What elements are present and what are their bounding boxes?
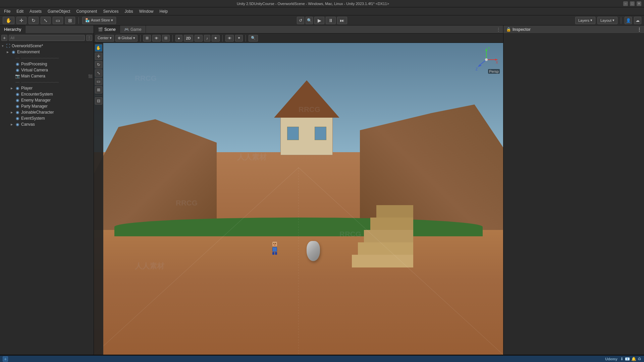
visibility-button[interactable]: 👁	[152, 35, 161, 42]
tool-rotate[interactable]: ↻	[95, 61, 102, 68]
hierarchy-search-input[interactable]	[9, 35, 85, 41]
status-icon-1[interactable]: ⬇	[620, 357, 624, 361]
scene-fx-button[interactable]: ★	[212, 35, 220, 42]
hierarchy-options-button[interactable]: ⋮	[86, 35, 92, 41]
minimize-button[interactable]: –	[623, 1, 628, 6]
scene-audio-button[interactable]: ♪	[204, 35, 211, 42]
hierarchy-add-button[interactable]: +	[1, 35, 7, 41]
tab-game[interactable]: 🎮 Game	[120, 25, 146, 34]
inspector-lock-icon[interactable]: 🔒	[506, 27, 511, 32]
gameobj-icon-party: ◉	[15, 104, 20, 109]
hierarchy-item-encountersystem[interactable]: ◉ EncounterSystem	[0, 91, 94, 97]
hierarchy-item-scene[interactable]: ▼ ⛶ OverworldScene*	[0, 43, 94, 49]
cloud-button[interactable]: ☁	[634, 17, 641, 24]
hierarchy-item-sep2: — ----------------------------	[0, 79, 94, 85]
tool-all[interactable]: ⊞	[95, 86, 102, 94]
undo-history-button[interactable]: ↺	[297, 17, 304, 24]
render-mode-button[interactable]: ●	[175, 35, 182, 42]
ground	[94, 230, 503, 355]
titlebar-text: Unity 2.5DUnityCourse - OverworldScene -…	[3, 2, 623, 6]
gizmo-y-label: Y	[488, 47, 490, 50]
scene-left-tools: ✋ ✛ ↻ ⤡ ▭ ⊞ ⊟	[94, 43, 103, 355]
tool-hand[interactable]: ✋	[95, 44, 102, 52]
tab-hierarchy[interactable]: Hierarchy	[0, 25, 25, 33]
center-pivot-dropdown[interactable]: Center ▾	[95, 35, 114, 42]
account-button[interactable]: 👤	[625, 17, 632, 24]
inspector-header: 🔒 Inspector ⋮	[503, 25, 644, 34]
window-buttons: – □ ✕	[623, 1, 641, 6]
tool-scale[interactable]: ⤡	[95, 69, 102, 77]
hierarchy-item-eventsystem[interactable]: ◉ EventSystem	[0, 115, 94, 121]
scene-tab-options[interactable]: ⋮	[494, 27, 503, 32]
play-controls: ↺ 🔍 ▶ ⏸ ⏭	[297, 17, 347, 24]
tool-rect[interactable]: ▭	[95, 78, 102, 85]
hierarchy-item-partymanager[interactable]: ◉ Party Manager	[0, 103, 94, 109]
gameobj-icon-join: ◉	[15, 110, 20, 115]
hierarchy-item-enemymanager[interactable]: ◉ Enemy Manager	[0, 97, 94, 103]
maximize-button[interactable]: □	[630, 1, 635, 6]
hierarchy-item-maincamera[interactable]: 📷 Main Camera ⬛	[0, 73, 94, 79]
tab-scene[interactable]: 🎬 Scene	[94, 25, 120, 34]
scene-hidden-objects[interactable]: 👁	[225, 35, 234, 42]
transform-scale-tool[interactable]: ⤡	[41, 17, 51, 24]
transform-handle-tool[interactable]: ✋	[3, 17, 14, 24]
tool-grid-snapping[interactable]: ⊟	[95, 97, 102, 105]
gameobj-icon-player: ◉	[15, 85, 20, 91]
transform-rotate-tool[interactable]: ↻	[29, 17, 39, 24]
toolbar-separator-2	[621, 17, 621, 24]
asset-store-button[interactable]: 🏪 Asset Store ▾	[82, 17, 116, 24]
status-icon-4[interactable]: ♻	[638, 357, 641, 361]
search-button[interactable]: 🔍	[306, 17, 313, 24]
scene-particles[interactable]: ✦	[235, 35, 243, 42]
status-icon-3[interactable]: 🔔	[631, 357, 636, 361]
pause-button[interactable]: ⏸	[326, 17, 336, 24]
hierarchy-item-canvas[interactable]: ▶ ◉ Canvas	[0, 121, 94, 127]
menu-gameobject[interactable]: GameObject	[45, 8, 73, 14]
gameobj-icon-env: ◉	[11, 49, 16, 55]
global-local-dropdown[interactable]: ⊕ Global ▾	[115, 35, 138, 42]
scene-label: OverworldScene*	[12, 44, 43, 48]
transform-all-tool[interactable]: ⊞	[65, 17, 75, 24]
gameobj-icon-enemy: ◉	[15, 98, 20, 103]
hierarchy-item-postprocessing[interactable]: ◉ PostProcesing	[0, 61, 94, 67]
scene-lighting-button[interactable]: ☀	[195, 35, 203, 42]
menu-edit[interactable]: Edit	[14, 8, 26, 14]
gameobj-icon-post: ◉	[15, 61, 20, 67]
char-body	[272, 247, 277, 252]
transform-move-tool[interactable]: ✛	[16, 17, 26, 24]
hierarchy-item-player[interactable]: ▶ ◉ Player	[0, 85, 94, 91]
hierarchy-tabs: Hierarchy	[0, 25, 94, 34]
snap-button[interactable]: ⊞	[143, 35, 151, 42]
layout-dropdown-arrow: ▾	[612, 18, 614, 22]
menu-help[interactable]: Help	[157, 8, 171, 14]
menu-window[interactable]: Window	[137, 8, 156, 14]
scene-icon: ⛶	[5, 43, 11, 49]
status-icon-2[interactable]: 📧	[625, 357, 630, 361]
menu-file[interactable]: File	[1, 8, 13, 14]
inspector-panel: 🔒 Inspector ⋮	[503, 25, 644, 355]
transform-rect-tool[interactable]: ▭	[53, 17, 63, 24]
main-content: Hierarchy + ⋮ ▼ ⛶ OverworldScene* ▶ ◉ En…	[0, 25, 644, 355]
grid-button[interactable]: ⊟	[162, 35, 170, 42]
status-add-button[interactable]: +	[3, 356, 8, 362]
hierarchy-item-environment[interactable]: ▶ ◉ Environment	[0, 49, 94, 55]
hierarchy-item-joinablecharacter[interactable]: ▶ ◉ JoinableCharacter	[0, 109, 94, 115]
2d-button[interactable]: 2D	[184, 35, 193, 42]
close-button[interactable]: ✕	[637, 1, 641, 6]
tool-move[interactable]: ✛	[95, 53, 102, 60]
step-button[interactable]: ⏭	[337, 17, 347, 24]
gizmo-z-label: Z	[476, 67, 478, 71]
menu-services[interactable]: Services	[100, 8, 121, 14]
hierarchy-item-virtualcamera[interactable]: ◉ Virtual Camera	[0, 67, 94, 73]
layout-dropdown[interactable]: Layout ▾	[597, 17, 618, 24]
layers-dropdown[interactable]: Layers ▾	[575, 17, 595, 24]
menu-assets[interactable]: Assets	[27, 8, 44, 14]
scene-viewport[interactable]: RRCG RRCG RRCG RRCG 人人素材 人人素材 Y	[94, 43, 503, 355]
inspector-options[interactable]: ⋮	[637, 27, 641, 32]
scene-tb-sep2	[172, 35, 173, 42]
play-button[interactable]: ▶	[314, 17, 324, 24]
scene-search-button[interactable]: 🔍	[249, 35, 258, 42]
menu-jobs[interactable]: Jobs	[122, 8, 136, 14]
menu-component[interactable]: Component	[73, 8, 100, 14]
svg-point-9	[485, 58, 488, 61]
